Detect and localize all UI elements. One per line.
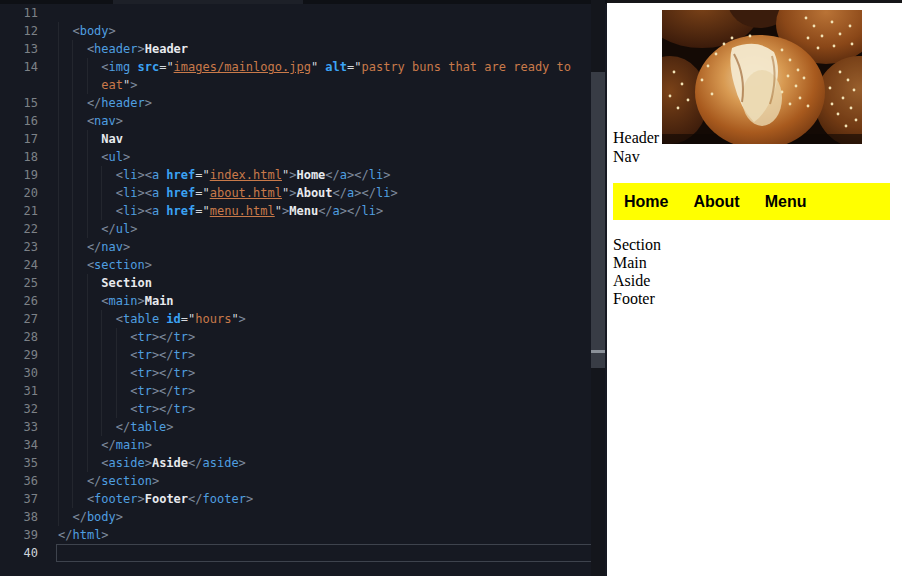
line-number[interactable]: 13 [0, 40, 38, 58]
indent-guide [58, 184, 72, 202]
code-line[interactable]: 38</body> [0, 508, 591, 526]
code-text: </body> [58, 508, 123, 526]
current-line-highlight [56, 544, 603, 562]
indent-guide [72, 400, 86, 418]
code-text: <li><a href="index.html">Home</a></li> [58, 166, 390, 184]
line-number[interactable]: 32 [0, 400, 38, 418]
line-number[interactable]: 33 [0, 418, 38, 436]
preview-header-row: Header [613, 10, 896, 147]
code-line[interactable]: 25Section [0, 274, 591, 292]
code-line[interactable]: 35<aside>Aside</aside> [0, 454, 591, 472]
code-line[interactable]: 37<footer>Footer</footer> [0, 490, 591, 508]
line-number[interactable]: 17 [0, 130, 38, 148]
code-text: <body> [58, 22, 116, 40]
indent-guide [116, 328, 130, 346]
line-number[interactable]: 22 [0, 220, 38, 238]
indent-guide [87, 292, 101, 310]
code-line[interactable]: 30<tr></tr> [0, 364, 591, 382]
code-line[interactable]: 39</html> [0, 526, 591, 544]
code-line[interactable]: 31<tr></tr> [0, 382, 591, 400]
code-line[interactable]: 26<main>Main [0, 292, 591, 310]
line-number[interactable]: 11 [0, 4, 38, 22]
code-line[interactable]: 32<tr></tr> [0, 400, 591, 418]
code-line[interactable]: 34</main> [0, 436, 591, 454]
line-number[interactable]: 20 [0, 184, 38, 202]
code-line[interactable]: 17Nav [0, 130, 591, 148]
editor-scrollbar-thumb[interactable] [591, 72, 605, 368]
code-line[interactable]: 28<tr></tr> [0, 328, 591, 346]
preview-nav-link[interactable]: About [693, 193, 739, 211]
indent-guide [87, 220, 101, 238]
code-line[interactable]: 15</header> [0, 94, 591, 112]
indent-guide [72, 472, 86, 490]
line-number[interactable]: 31 [0, 382, 38, 400]
code-line[interactable]: 21<li><a href="menu.html">Menu</a></li> [0, 202, 591, 220]
line-number[interactable]: 24 [0, 256, 38, 274]
code-line[interactable]: 33</table> [0, 418, 591, 436]
indent-guide [101, 400, 115, 418]
code-text: <section> [58, 256, 152, 274]
line-number[interactable]: 23 [0, 238, 38, 256]
code-line[interactable]: 36</section> [0, 472, 591, 490]
line-number[interactable]: 19 [0, 166, 38, 184]
code-line[interactable]: eat"> [0, 76, 591, 94]
code-line[interactable]: 24<section> [0, 256, 591, 274]
line-number[interactable]: 29 [0, 346, 38, 364]
code-line[interactable]: 11 [0, 4, 591, 22]
screen: 1112<body>13<header>Header14<img src="im… [0, 0, 902, 576]
code-line[interactable]: 20<li><a href="about.html">About</a></li… [0, 184, 591, 202]
indent-guide [87, 76, 101, 94]
code-line[interactable]: 23</nav> [0, 238, 591, 256]
code-text: </header> [58, 94, 152, 112]
line-number[interactable]: 14 [0, 58, 38, 76]
indent-guide [72, 220, 86, 238]
line-number[interactable] [0, 76, 38, 94]
line-number[interactable]: 35 [0, 454, 38, 472]
line-number[interactable]: 37 [0, 490, 38, 508]
indent-guide [101, 328, 115, 346]
code-line[interactable]: 12<body> [0, 22, 591, 40]
line-number[interactable]: 39 [0, 526, 38, 544]
line-number[interactable]: 15 [0, 94, 38, 112]
code-line[interactable]: 16<nav> [0, 112, 591, 130]
code-line[interactable]: 13<header>Header [0, 40, 591, 58]
code-line[interactable]: 19<li><a href="index.html">Home</a></li> [0, 166, 591, 184]
code-editor-pane[interactable]: 1112<body>13<header>Header14<img src="im… [0, 0, 607, 576]
indent-guide [58, 382, 72, 400]
line-number[interactable]: 36 [0, 472, 38, 490]
indent-guide [58, 310, 72, 328]
line-number[interactable]: 25 [0, 274, 38, 292]
code-text: </section> [58, 472, 159, 490]
line-number[interactable]: 38 [0, 508, 38, 526]
code-line[interactable]: 27<table id="hours"> [0, 310, 591, 328]
code-line[interactable]: 14<img src="images/mainlogo.jpg" alt="pa… [0, 58, 591, 76]
code-line[interactable]: 22</ul> [0, 220, 591, 238]
indent-guide [58, 508, 72, 526]
editor-scrollbar[interactable] [591, 0, 605, 576]
line-number[interactable]: 21 [0, 202, 38, 220]
line-number[interactable]: 18 [0, 148, 38, 166]
indent-guide [72, 112, 86, 130]
preview-nav-link[interactable]: Home [624, 193, 668, 211]
code-text: <tr></tr> [58, 382, 195, 400]
line-number[interactable]: 16 [0, 112, 38, 130]
indent-guide [72, 436, 86, 454]
line-number[interactable]: 26 [0, 292, 38, 310]
indent-guide [87, 346, 101, 364]
line-number[interactable]: 30 [0, 364, 38, 382]
code-line[interactable]: 18<ul> [0, 148, 591, 166]
preview-nav-link[interactable]: Menu [765, 193, 807, 211]
code-area[interactable]: 1112<body>13<header>Header14<img src="im… [0, 4, 591, 562]
line-number[interactable]: 40 [0, 544, 38, 562]
line-number[interactable]: 28 [0, 328, 38, 346]
line-number[interactable]: 12 [0, 22, 38, 40]
indent-guide [116, 346, 130, 364]
line-number[interactable]: 27 [0, 310, 38, 328]
code-line[interactable]: 29<tr></tr> [0, 346, 591, 364]
indent-guide [87, 328, 101, 346]
line-number[interactable]: 34 [0, 436, 38, 454]
code-text: <li><a href="menu.html">Menu</a></li> [58, 202, 383, 220]
indent-guide [72, 40, 86, 58]
indent-guide [72, 76, 86, 94]
indent-guide [101, 166, 115, 184]
